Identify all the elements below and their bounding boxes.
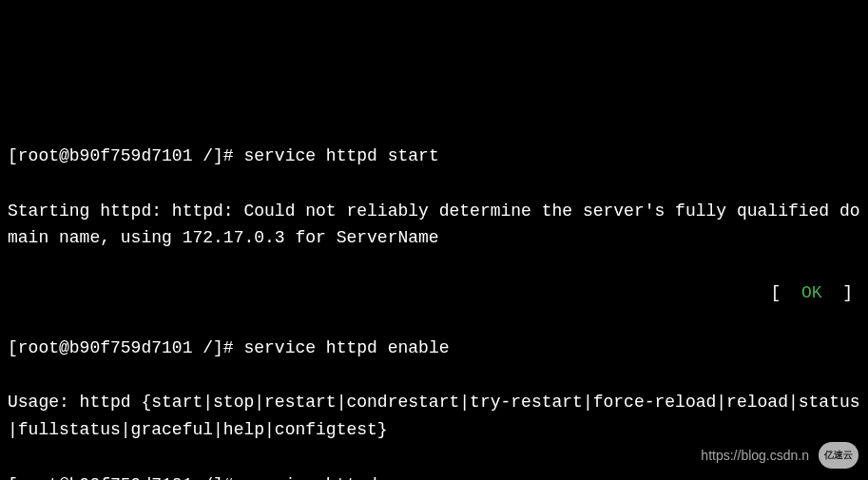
output-text: Usage: httpd {start|stop|restart|condres… — [8, 389, 860, 444]
ok-label: OK — [801, 283, 822, 302]
watermark: https://blog.csdn.n 亿速云 — [701, 442, 858, 469]
output-text: Starting httpd: httpd: Could not reliabl… — [8, 198, 860, 253]
shell-prompt: [root@b90f759d7101 /]# — [8, 475, 234, 480]
command-text: service httpd on — [243, 475, 408, 480]
command-text: service httpd enable — [243, 338, 449, 357]
shell-prompt: [root@b90f759d7101 /]# — [8, 338, 234, 357]
cloud-icon: 亿速云 — [819, 442, 858, 469]
status-indicator: [ OK ] — [771, 279, 860, 307]
terminal-output[interactable]: [root@b90f759d7101 /]# service httpd sta… — [8, 115, 860, 480]
watermark-url: https://blog.csdn.n — [701, 445, 809, 466]
shell-prompt: [root@b90f759d7101 /]# — [8, 146, 234, 165]
command-text: service httpd start — [243, 146, 438, 165]
